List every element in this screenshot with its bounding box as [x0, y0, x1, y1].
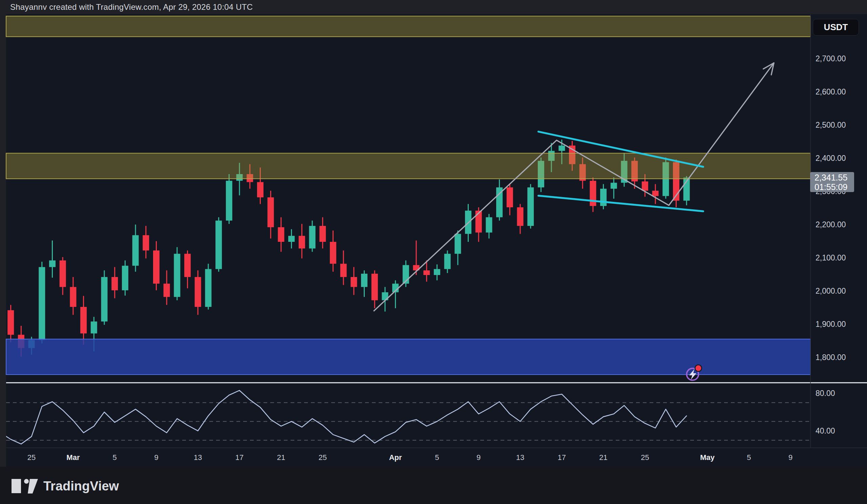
candle-body: [527, 187, 534, 226]
candle-body: [330, 242, 336, 264]
candle-body: [49, 260, 55, 267]
attribution-text: Shayannv created with TradingView.com, A…: [10, 2, 253, 12]
candle-body: [590, 181, 596, 206]
last-price-badge: 2,341.55 01:55:09: [810, 172, 854, 192]
candle-body: [132, 235, 139, 266]
candle-body: [517, 207, 524, 226]
candle-body: [340, 264, 347, 277]
time-axis-label: 17: [235, 453, 244, 462]
time-axis-label: 25: [28, 453, 35, 462]
time-axis-label: 17: [558, 453, 566, 462]
time-axis-label: 25: [318, 453, 327, 462]
logo-glyph-dot: [24, 479, 29, 484]
candle-body: [445, 254, 451, 269]
footer-bar: [0, 467, 867, 504]
candle-body: [507, 187, 513, 207]
candle-body: [142, 235, 149, 250]
candle-body: [558, 146, 565, 151]
candle-body: [434, 269, 440, 275]
price-axis-label: 2,100.00: [815, 253, 846, 262]
candle-body: [288, 236, 295, 242]
candle-body: [122, 266, 128, 291]
time-axis-label: 13: [194, 453, 202, 462]
candle-body: [195, 277, 201, 307]
candle-body: [163, 283, 170, 297]
price-axis-label: 1,800.00: [815, 353, 846, 362]
candle-body: [319, 226, 326, 242]
time-axis-label: 5: [113, 453, 117, 462]
candle-body: [600, 189, 607, 206]
price-axis-label: 2,600.00: [815, 87, 846, 96]
price-axis-label: 2,500.00: [815, 120, 846, 129]
candle-body: [257, 182, 264, 197]
candle-body: [70, 287, 76, 307]
candle-body: [268, 197, 274, 227]
candle-body: [39, 267, 45, 340]
time-axis-label: Apr: [389, 453, 402, 462]
bar-countdown: 01:55:09: [810, 182, 854, 192]
time-axis-label: 5: [435, 453, 439, 462]
time-axis-label: 9: [154, 453, 158, 462]
candle-body: [278, 227, 284, 242]
time-axis-label: 21: [277, 453, 285, 462]
rsi-axis-label: 80.00: [815, 389, 835, 398]
candle-body: [351, 277, 357, 287]
candle-body: [91, 321, 97, 333]
candle-body: [361, 274, 367, 287]
candle-body: [174, 254, 180, 297]
time-axis-label: Mar: [66, 453, 80, 462]
candle-body: [80, 307, 87, 333]
candle-body: [60, 260, 66, 287]
price-axis-label: 2,000.00: [815, 287, 846, 296]
candle-body: [454, 234, 461, 254]
attribution-bar: Shayannv created with TradingView.com, A…: [0, 0, 867, 14]
time-axis-label: 21: [599, 453, 607, 462]
last-price-value: 2,341.55: [810, 173, 854, 182]
candle-body: [101, 277, 108, 321]
candle-body: [372, 274, 378, 300]
candle-body: [153, 250, 160, 283]
logo-glyph-stem: [16, 479, 21, 493]
chart-canvas[interactable]: 2,700.002,600.002,500.002,400.002,300.00…: [0, 0, 867, 504]
time-axis-label: May: [700, 453, 715, 462]
candle-body: [8, 310, 14, 335]
candle-body: [205, 269, 212, 307]
candle-body: [486, 217, 492, 232]
time-axis-label: 9: [789, 453, 792, 462]
time-axis-label: 25: [641, 453, 649, 462]
price-axis-label: 1,900.00: [815, 320, 846, 329]
time-axis-label: 5: [747, 453, 751, 462]
candle-body: [652, 191, 659, 196]
notification-dot: [696, 365, 702, 371]
time-axis-label: 9: [477, 453, 481, 462]
upper-supply-zone-rectangle[interactable]: [6, 16, 811, 37]
price-axis-label: 2,200.00: [815, 220, 846, 229]
rsi-axis-label: 40.00: [815, 427, 835, 435]
price-axis-label: 2,400.00: [815, 154, 846, 163]
candle-body: [309, 226, 315, 249]
candle-body: [611, 183, 617, 189]
candle-body: [111, 277, 118, 290]
logo-text: TradingView: [43, 479, 119, 493]
currency-toggle-button[interactable]: USDT: [813, 19, 859, 35]
candle-body: [184, 254, 191, 277]
candle-body: [226, 181, 232, 221]
candle-body: [423, 270, 430, 275]
price-axis-label: 2,700.00: [815, 54, 846, 63]
candle-body: [642, 182, 648, 191]
candle-body: [299, 236, 305, 248]
time-axis-label: 13: [516, 453, 524, 462]
resistance-zone-rectangle[interactable]: [6, 153, 811, 179]
candle-body: [215, 221, 222, 269]
